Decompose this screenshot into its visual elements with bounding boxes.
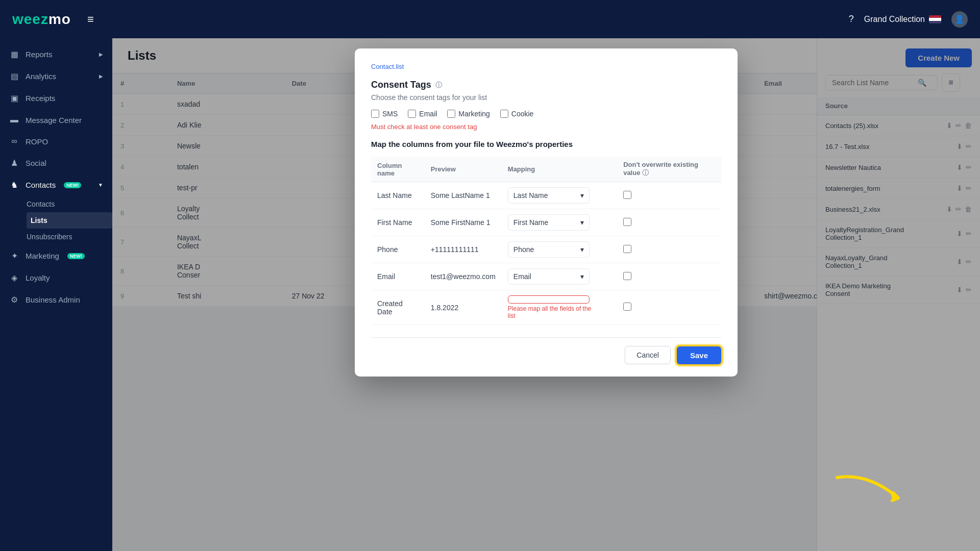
sidebar-sub-item-contacts[interactable]: Contacts	[27, 196, 112, 212]
dont-overwrite-email[interactable]	[623, 272, 631, 280]
topbar-left: weezmo ≡	[12, 11, 94, 28]
sms-checkbox[interactable]	[371, 110, 379, 118]
consent-checkboxes: SMS Email Marketing Cookie	[371, 110, 721, 118]
modal-overlay: Contact.list Consent Tags ⓘ Choose the c…	[112, 38, 980, 551]
sidebar-item-ropo[interactable]: ∞ ROPO	[0, 131, 112, 152]
cancel-button[interactable]: Cancel	[625, 346, 671, 364]
consent-cookie[interactable]: Cookie	[500, 110, 534, 118]
sidebar-item-label: Business Admin	[26, 295, 80, 304]
sidebar-item-reports[interactable]: ▦ Reports ▶	[0, 43, 112, 65]
mapping-table: Column name Preview Mapping Don't overwr…	[371, 157, 721, 325]
marketing-checkbox[interactable]	[447, 110, 455, 118]
dont-overwrite-phone[interactable]	[623, 245, 631, 253]
main-content: Lists # Name Date Size Type Last Update	[112, 38, 980, 551]
mapping-select-createddate[interactable]	[508, 295, 590, 304]
sidebar-item-analytics[interactable]: ▤ Analytics ▶	[0, 65, 112, 87]
social-icon: ♟	[9, 158, 19, 168]
sidebar-item-label: ROPO	[26, 137, 48, 146]
mapping-row: First Name Some FirstName 1 First Name ▾	[371, 209, 721, 236]
brand-label: Grand Collection	[864, 15, 925, 24]
sidebar-item-business-admin[interactable]: ⚙ Business Admin	[0, 289, 112, 311]
chevron-right-icon: ▶	[99, 52, 103, 57]
mapping-row: Email test1@weezmo.com Email ▾	[371, 263, 721, 290]
flag-icon	[929, 15, 941, 23]
mapping-select-email[interactable]: Email ▾	[508, 268, 590, 285]
logo: weezmo	[12, 11, 71, 28]
sidebar-sub-item-unsubscribers[interactable]: Unsubscribers	[27, 229, 112, 245]
breadcrumb-link[interactable]: Contact.list	[371, 63, 404, 70]
receipts-icon: ▣	[9, 93, 19, 103]
col-header-spacer	[605, 157, 617, 182]
help-icon[interactable]: ?	[849, 14, 854, 24]
message-center-icon: ▬	[9, 115, 19, 124]
consent-tags-subtitle: Choose the consent tags for your list	[371, 93, 721, 102]
sidebar-item-message-center[interactable]: ▬ Message Center	[0, 109, 112, 131]
brand-name: Grand Collection	[864, 15, 941, 24]
contacts-icon: ♞	[9, 180, 19, 190]
reports-icon: ▦	[9, 49, 19, 59]
save-button[interactable]: Save	[677, 346, 721, 364]
mapping-row: Last Name Some LastName 1 Last Name ▾	[371, 182, 721, 209]
mapping-section-title: Map the columns from your file to Weezmo…	[371, 140, 721, 148]
contacts-submenu: Contacts Lists Unsubscribers	[0, 196, 112, 245]
modal-footer: Cancel Save	[371, 337, 721, 364]
sidebar-item-label: Loyalty	[26, 273, 50, 282]
col-header-preview: Preview	[425, 157, 502, 182]
consent-tags-title: Consent Tags ⓘ	[371, 80, 721, 90]
sidebar-item-marketing[interactable]: ✦ Marketing NEW!	[0, 245, 112, 267]
sidebar-item-social[interactable]: ♟ Social	[0, 152, 112, 174]
breadcrumb: Contact.list	[371, 63, 721, 70]
sidebar-item-contacts[interactable]: ♞ Contacts NEW! ▼	[0, 174, 112, 196]
col-header-mapping: Mapping	[502, 157, 605, 182]
sidebar-item-label: Reports	[26, 50, 53, 59]
mapping-select-lastname[interactable]: Last Name ▾	[508, 187, 590, 204]
arrow-annotation	[827, 467, 919, 520]
modal-dialog: Contact.list Consent Tags ⓘ Choose the c…	[355, 48, 738, 377]
sidebar-sub-item-lists[interactable]: Lists	[27, 212, 112, 229]
chevron-down-icon: ▼	[98, 182, 103, 188]
dont-overwrite-lastname[interactable]	[623, 191, 631, 199]
sidebar-item-label: Social	[26, 159, 46, 167]
consent-error-text: Must check at least one consent tag	[371, 123, 721, 131]
dont-overwrite-createddate[interactable]	[623, 303, 631, 311]
mapping-select-firstname[interactable]: First Name ▾	[508, 214, 590, 231]
svg-marker-0	[891, 494, 898, 502]
topbar-right: ? Grand Collection 👤	[849, 11, 968, 28]
chevron-right-icon: ▶	[99, 73, 103, 79]
sidebar-item-receipts[interactable]: ▣ Receipts	[0, 87, 112, 109]
loyalty-icon: ◈	[9, 273, 19, 283]
consent-email[interactable]: Email	[408, 110, 437, 118]
topbar: weezmo ≡ ? Grand Collection 👤	[0, 0, 980, 38]
new-badge: NEW!	[64, 182, 81, 188]
sidebar-item-label: Marketing	[26, 252, 59, 260]
sidebar: ▦ Reports ▶ ▤ Analytics ▶ ▣ Receipts ▬ M…	[0, 38, 112, 551]
mapping-error-text: Please map all the fields of the list	[508, 305, 599, 319]
cookie-checkbox[interactable]	[500, 110, 508, 118]
mapping-select-phone[interactable]: Phone ▾	[508, 241, 590, 258]
dont-overwrite-firstname[interactable]	[623, 218, 631, 226]
info-icon[interactable]: ⓘ	[435, 81, 442, 90]
sidebar-item-loyalty[interactable]: ◈ Loyalty	[0, 267, 112, 289]
ropo-icon: ∞	[9, 137, 19, 146]
info-icon[interactable]: ⓘ	[642, 169, 649, 177]
new-badge: NEW!	[67, 253, 85, 259]
marketing-icon: ✦	[9, 251, 19, 261]
mapping-row-error: Created Date 1.8.2022 Please map all the…	[371, 290, 721, 325]
consent-marketing[interactable]: Marketing	[447, 110, 489, 118]
col-header-column: Column name	[371, 157, 425, 182]
sidebar-item-label: Message Center	[26, 116, 82, 124]
mapping-row: Phone +11111111111 Phone ▾	[371, 236, 721, 263]
sidebar-item-label: Analytics	[26, 72, 56, 81]
business-admin-icon: ⚙	[9, 295, 19, 305]
sidebar-item-label: Receipts	[26, 94, 55, 103]
email-checkbox[interactable]	[408, 110, 416, 118]
sidebar-item-label: Contacts	[26, 181, 56, 189]
consent-sms[interactable]: SMS	[371, 110, 398, 118]
analytics-icon: ▤	[9, 71, 19, 81]
col-header-dont-overwrite: Don't overwrite existing value ⓘ	[617, 157, 721, 182]
hamburger-menu-icon[interactable]: ≡	[87, 13, 94, 26]
user-avatar[interactable]: 👤	[951, 11, 968, 28]
